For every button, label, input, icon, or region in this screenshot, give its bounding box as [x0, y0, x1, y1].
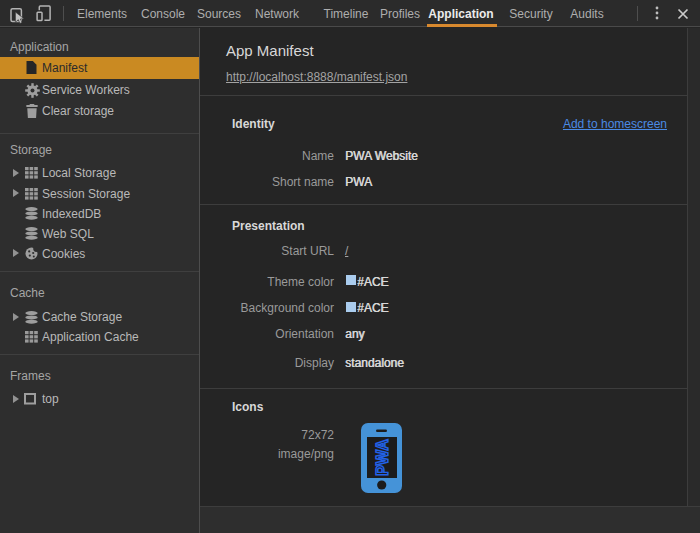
svg-text:PWA: PWA	[374, 439, 391, 476]
